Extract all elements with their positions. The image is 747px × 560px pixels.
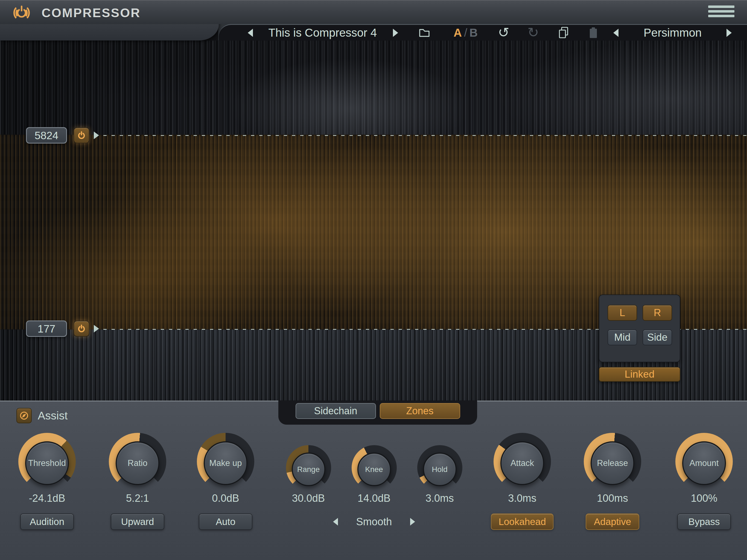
range-knob[interactable]: Range: [286, 445, 331, 490]
channel-select-panel: L R Mid Side: [599, 295, 680, 362]
power-waves-logo-icon: [12, 3, 31, 21]
channel-left-button[interactable]: L: [608, 305, 637, 321]
preset-name[interactable]: This is Compressor 4: [260, 25, 386, 41]
amount-label: Amount: [690, 458, 719, 468]
threshold-section: Threshold -24.1dB Audition: [11, 401, 83, 560]
view-tabs-notch: Sidechain Zones: [278, 401, 477, 425]
folder-icon: [418, 27, 431, 39]
ratio-value[interactable]: 5.2:1: [102, 492, 173, 504]
hold-knob[interactable]: Hold: [417, 445, 462, 490]
attack-section: Attack 3.0ms Lookahead: [487, 401, 558, 560]
amount-section: Amount 100% Bypass: [669, 401, 740, 560]
high-zone-line: [103, 135, 747, 136]
preset-browse-name[interactable]: Persimmon: [629, 25, 716, 41]
power-icon: [77, 324, 86, 333]
ab-b-label[interactable]: B: [469, 26, 478, 40]
copy-button[interactable]: [556, 25, 572, 41]
redo-button[interactable]: ↻: [525, 25, 541, 41]
makeup-knob[interactable]: Make up: [197, 433, 254, 490]
makeup-section: Make up 0.0dB Auto: [190, 401, 261, 560]
mode-prev-button[interactable]: [333, 518, 338, 526]
lookahead-button[interactable]: Lookahead: [491, 513, 553, 530]
app-title: COMPRESSOR: [42, 5, 140, 20]
knee-value[interactable]: 14.0dB: [344, 492, 404, 504]
right-triangle-icon: [726, 29, 732, 37]
knee-knob[interactable]: Knee: [352, 445, 397, 490]
spectrogram-high-band: [0, 41, 747, 135]
threshold-value[interactable]: -24.1dB: [11, 492, 83, 504]
low-zone-freq-value[interactable]: 177: [26, 321, 67, 337]
ratio-section: Ratio 5.2:1 Upward: [102, 401, 173, 560]
auto-makeup-button[interactable]: Auto: [199, 513, 252, 530]
range-label: Range: [297, 465, 320, 474]
low-zone-marker: 177: [26, 321, 99, 337]
left-triangle-icon: [613, 29, 618, 37]
copy-icon: [558, 26, 570, 40]
mode-next-button[interactable]: [410, 518, 415, 526]
spectrogram-display: 5824 177 L R Mid Side Linked: [0, 41, 747, 401]
ratio-label: Ratio: [128, 458, 147, 468]
range-value[interactable]: 30.0dB: [278, 492, 338, 504]
high-zone-power-button[interactable]: [74, 127, 89, 143]
channel-linked-button[interactable]: Linked: [599, 367, 680, 382]
high-zone-marker: 5824: [26, 127, 99, 144]
low-zone-power-button[interactable]: [74, 321, 89, 337]
preset-next-button[interactable]: [390, 25, 401, 41]
amount-knob[interactable]: Amount: [675, 433, 733, 490]
hold-section: Hold 3.0ms: [410, 401, 470, 560]
preset-browser-button[interactable]: [416, 25, 433, 41]
hold-value[interactable]: 3.0ms: [410, 492, 470, 504]
audition-button[interactable]: Audition: [20, 513, 74, 530]
threshold-label: Threshold: [28, 458, 66, 468]
compression-mode-selector: Smooth: [333, 513, 415, 530]
attack-label: Attack: [511, 458, 534, 468]
release-knob[interactable]: Release: [584, 433, 641, 490]
menu-hamburger-icon[interactable]: [708, 5, 735, 19]
range-section: Range 30.0dB: [278, 401, 338, 560]
tab-zones[interactable]: Zones: [380, 403, 460, 419]
channel-side-button[interactable]: Side: [643, 330, 672, 345]
knee-section: Knee 14.0dB: [344, 401, 404, 560]
attack-value[interactable]: 3.0ms: [487, 492, 558, 504]
channel-right-button[interactable]: R: [643, 305, 672, 321]
undo-button[interactable]: ↺: [495, 25, 512, 41]
preset-bar: This is Compressor 4 A / B ↺ ↻ Persimmon: [219, 24, 747, 41]
makeup-value[interactable]: 0.0dB: [190, 492, 261, 504]
titlebar: COMPRESSOR: [0, 0, 747, 24]
preset-prev-button[interactable]: [245, 25, 256, 41]
paste-button[interactable]: [585, 25, 601, 41]
ab-separator: /: [462, 26, 469, 40]
bypass-button[interactable]: Bypass: [677, 513, 731, 530]
preset-browse-prev-button[interactable]: [610, 25, 621, 41]
makeup-label: Make up: [209, 458, 242, 468]
attack-knob[interactable]: Attack: [493, 433, 551, 490]
ratio-knob[interactable]: Ratio: [109, 433, 166, 490]
hold-label: Hold: [432, 465, 447, 474]
power-icon: [77, 131, 86, 140]
tab-sidechain[interactable]: Sidechain: [295, 403, 376, 419]
preset-browse-next-button[interactable]: [723, 25, 735, 41]
mode-label[interactable]: Smooth: [356, 516, 392, 528]
low-zone-drag-handle[interactable]: [94, 325, 99, 332]
knee-label: Knee: [365, 465, 383, 474]
upward-button[interactable]: Upward: [111, 513, 164, 530]
paste-icon: [587, 26, 599, 40]
high-zone-freq-value[interactable]: 5824: [26, 127, 67, 144]
release-value[interactable]: 100ms: [577, 492, 648, 504]
amount-value[interactable]: 100%: [669, 492, 740, 504]
release-section: Release 100ms Adaptive: [577, 401, 648, 560]
left-triangle-icon: [248, 29, 253, 37]
ab-a-label[interactable]: A: [454, 26, 462, 40]
adaptive-button[interactable]: Adaptive: [586, 513, 639, 530]
high-zone-drag-handle[interactable]: [94, 131, 99, 139]
release-label: Release: [597, 458, 628, 468]
channel-mid-button[interactable]: Mid: [608, 330, 637, 345]
threshold-knob[interactable]: Threshold: [18, 433, 76, 490]
right-triangle-icon: [393, 29, 398, 37]
ab-compare-switch[interactable]: A / B: [450, 25, 481, 41]
